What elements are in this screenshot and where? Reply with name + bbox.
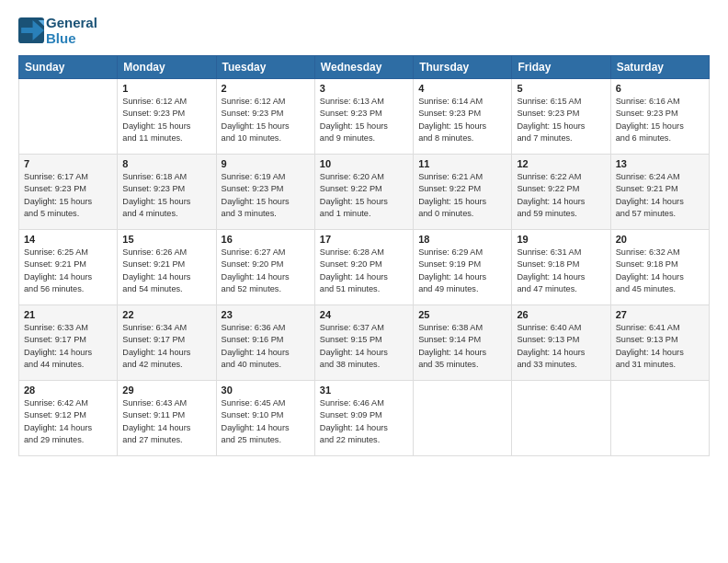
day-number: 2 [222, 83, 310, 94]
day-info: Sunrise: 6:28 AM Sunset: 9:20 PM Dayligh… [320, 247, 408, 295]
day-info: Sunrise: 6:20 AM Sunset: 9:22 PM Dayligh… [320, 171, 408, 220]
day-info: Sunrise: 6:40 AM Sunset: 9:13 PM Dayligh… [517, 322, 605, 371]
calendar-cell: 18Sunrise: 6:29 AM Sunset: 9:19 PM Dayli… [414, 230, 512, 305]
calendar-cell: 27Sunrise: 6:41 AM Sunset: 9:13 PM Dayli… [610, 305, 709, 381]
day-info: Sunrise: 6:32 AM Sunset: 9:18 PM Dayligh… [616, 247, 704, 295]
day-info: Sunrise: 6:27 AM Sunset: 9:20 PM Dayligh… [222, 247, 310, 295]
weekday-tuesday: Tuesday [216, 56, 314, 79]
day-number: 25 [418, 309, 506, 320]
weekday-header-row: SundayMondayTuesdayWednesdayThursdayFrid… [19, 56, 710, 79]
weekday-saturday: Saturday [610, 56, 709, 79]
weekday-monday: Monday [118, 56, 216, 79]
day-number: 9 [222, 158, 310, 169]
week-row-2: 14Sunrise: 6:25 AM Sunset: 9:21 PM Dayli… [19, 230, 710, 305]
calendar-cell: 15Sunrise: 6:26 AM Sunset: 9:21 PM Dayli… [118, 230, 216, 305]
day-info: Sunrise: 6:43 AM Sunset: 9:11 PM Dayligh… [122, 397, 210, 446]
calendar-cell: 28Sunrise: 6:42 AM Sunset: 9:12 PM Dayli… [19, 381, 118, 456]
week-row-1: 7Sunrise: 6:17 AM Sunset: 9:23 PM Daylig… [19, 155, 710, 230]
day-number: 18 [418, 234, 506, 245]
day-info: Sunrise: 6:16 AM Sunset: 9:23 PM Dayligh… [616, 96, 704, 144]
day-info: Sunrise: 6:31 AM Sunset: 9:18 PM Dayligh… [517, 247, 605, 295]
week-row-3: 21Sunrise: 6:33 AM Sunset: 9:17 PM Dayli… [19, 305, 710, 381]
day-number: 30 [222, 385, 310, 396]
week-row-0: 1Sunrise: 6:12 AM Sunset: 9:23 PM Daylig… [19, 79, 710, 155]
calendar-cell: 9Sunrise: 6:19 AM Sunset: 9:23 PM Daylig… [216, 155, 314, 230]
calendar-cell: 3Sunrise: 6:13 AM Sunset: 9:23 PM Daylig… [314, 79, 413, 155]
week-row-4: 28Sunrise: 6:42 AM Sunset: 9:12 PM Dayli… [19, 381, 710, 456]
calendar-cell [512, 381, 610, 456]
logo-icon [18, 17, 44, 43]
day-info: Sunrise: 6:19 AM Sunset: 9:23 PM Dayligh… [222, 171, 310, 220]
calendar-cell: 2Sunrise: 6:12 AM Sunset: 9:23 PM Daylig… [216, 79, 314, 155]
day-info: Sunrise: 6:36 AM Sunset: 9:16 PM Dayligh… [222, 322, 310, 371]
calendar-cell [19, 79, 118, 155]
day-number: 17 [320, 234, 408, 245]
day-info: Sunrise: 6:42 AM Sunset: 9:12 PM Dayligh… [24, 397, 112, 446]
calendar-cell: 26Sunrise: 6:40 AM Sunset: 9:13 PM Dayli… [512, 305, 610, 381]
day-number: 28 [24, 385, 112, 396]
day-number: 22 [122, 309, 210, 320]
calendar-cell: 1Sunrise: 6:12 AM Sunset: 9:23 PM Daylig… [118, 79, 216, 155]
day-info: Sunrise: 6:21 AM Sunset: 9:22 PM Dayligh… [418, 171, 506, 220]
calendar-cell: 29Sunrise: 6:43 AM Sunset: 9:11 PM Dayli… [118, 381, 216, 456]
day-number: 4 [418, 83, 506, 94]
day-number: 24 [320, 309, 408, 320]
calendar-cell: 31Sunrise: 6:46 AM Sunset: 9:09 PM Dayli… [314, 381, 413, 456]
day-number: 23 [222, 309, 310, 320]
day-number: 13 [616, 158, 704, 169]
day-info: Sunrise: 6:15 AM Sunset: 9:23 PM Dayligh… [517, 96, 605, 144]
day-number: 29 [122, 385, 210, 396]
day-info: Sunrise: 6:46 AM Sunset: 9:09 PM Dayligh… [320, 397, 408, 446]
calendar-cell: 19Sunrise: 6:31 AM Sunset: 9:18 PM Dayli… [512, 230, 610, 305]
day-info: Sunrise: 6:12 AM Sunset: 9:23 PM Dayligh… [222, 96, 310, 144]
day-info: Sunrise: 6:12 AM Sunset: 9:23 PM Dayligh… [122, 96, 210, 144]
logo: General Blue [18, 15, 97, 46]
day-number: 26 [517, 309, 605, 320]
calendar-table: SundayMondayTuesdayWednesdayThursdayFrid… [18, 55, 710, 456]
day-number: 14 [24, 234, 112, 245]
day-number: 19 [517, 234, 605, 245]
day-number: 27 [616, 309, 704, 320]
calendar-cell: 8Sunrise: 6:18 AM Sunset: 9:23 PM Daylig… [118, 155, 216, 230]
day-info: Sunrise: 6:37 AM Sunset: 9:15 PM Dayligh… [320, 322, 408, 371]
day-info: Sunrise: 6:34 AM Sunset: 9:17 PM Dayligh… [122, 322, 210, 371]
calendar-cell: 23Sunrise: 6:36 AM Sunset: 9:16 PM Dayli… [216, 305, 314, 381]
calendar-cell: 11Sunrise: 6:21 AM Sunset: 9:22 PM Dayli… [414, 155, 512, 230]
day-info: Sunrise: 6:29 AM Sunset: 9:19 PM Dayligh… [418, 247, 506, 295]
day-info: Sunrise: 6:24 AM Sunset: 9:21 PM Dayligh… [616, 171, 704, 220]
calendar-cell: 16Sunrise: 6:27 AM Sunset: 9:20 PM Dayli… [216, 230, 314, 305]
day-number: 3 [320, 83, 408, 94]
day-number: 11 [418, 158, 506, 169]
calendar-cell: 14Sunrise: 6:25 AM Sunset: 9:21 PM Dayli… [19, 230, 118, 305]
day-info: Sunrise: 6:26 AM Sunset: 9:21 PM Dayligh… [122, 247, 210, 295]
weekday-friday: Friday [512, 56, 610, 79]
day-number: 31 [320, 385, 408, 396]
day-info: Sunrise: 6:18 AM Sunset: 9:23 PM Dayligh… [122, 171, 210, 220]
calendar-cell: 12Sunrise: 6:22 AM Sunset: 9:22 PM Dayli… [512, 155, 610, 230]
day-info: Sunrise: 6:45 AM Sunset: 9:10 PM Dayligh… [222, 397, 310, 446]
day-number: 15 [122, 234, 210, 245]
day-number: 10 [320, 158, 408, 169]
calendar-cell: 20Sunrise: 6:32 AM Sunset: 9:18 PM Dayli… [610, 230, 709, 305]
calendar-cell: 25Sunrise: 6:38 AM Sunset: 9:14 PM Dayli… [414, 305, 512, 381]
logo-text: General Blue [46, 15, 97, 46]
calendar-cell [414, 381, 512, 456]
header: General Blue [18, 15, 710, 46]
day-info: Sunrise: 6:14 AM Sunset: 9:23 PM Dayligh… [418, 96, 506, 144]
page: General Blue SundayMondayTuesdayWednesda… [0, 0, 728, 563]
day-info: Sunrise: 6:13 AM Sunset: 9:23 PM Dayligh… [320, 96, 408, 144]
day-info: Sunrise: 6:22 AM Sunset: 9:22 PM Dayligh… [517, 171, 605, 220]
calendar-cell: 13Sunrise: 6:24 AM Sunset: 9:21 PM Dayli… [610, 155, 709, 230]
weekday-wednesday: Wednesday [314, 56, 413, 79]
day-number: 16 [222, 234, 310, 245]
weekday-sunday: Sunday [19, 56, 118, 79]
calendar-cell: 21Sunrise: 6:33 AM Sunset: 9:17 PM Dayli… [19, 305, 118, 381]
day-info: Sunrise: 6:25 AM Sunset: 9:21 PM Dayligh… [24, 247, 112, 295]
day-info: Sunrise: 6:41 AM Sunset: 9:13 PM Dayligh… [616, 322, 704, 371]
calendar-cell: 4Sunrise: 6:14 AM Sunset: 9:23 PM Daylig… [414, 79, 512, 155]
day-info: Sunrise: 6:38 AM Sunset: 9:14 PM Dayligh… [418, 322, 506, 371]
day-number: 12 [517, 158, 605, 169]
day-number: 6 [616, 83, 704, 94]
day-number: 8 [122, 158, 210, 169]
calendar-cell: 22Sunrise: 6:34 AM Sunset: 9:17 PM Dayli… [118, 305, 216, 381]
